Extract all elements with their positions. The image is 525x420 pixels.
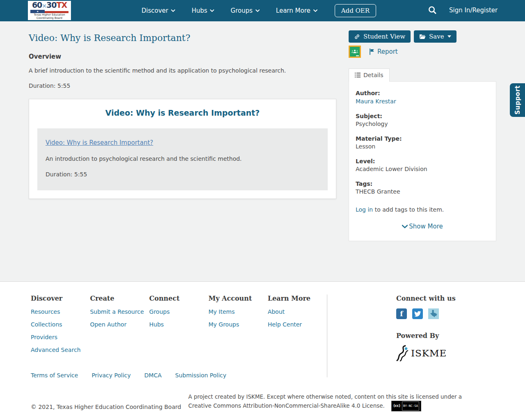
- connect-with-us-heading: Connect with us: [396, 294, 456, 302]
- student-view-button[interactable]: Student View: [349, 30, 411, 43]
- twitter-icon[interactable]: [412, 308, 423, 319]
- chevron-down-icon: [402, 225, 408, 228]
- video-card: Video: Why is Research Important? Video:…: [29, 99, 336, 199]
- material-type-field: Material Type: Lesson: [356, 135, 489, 151]
- nav-learn-more[interactable]: Learn More: [276, 7, 317, 14]
- footer-divider: [327, 294, 327, 377]
- level-value: Academic Lower Division: [356, 165, 489, 173]
- footer-heading-discover: Discover: [31, 294, 90, 302]
- footer-col-discover: Discover Resources Collections Providers…: [31, 294, 90, 353]
- details-panel: Author: Maura Krestar Subject: Psycholog…: [349, 81, 496, 241]
- log-in-link[interactable]: Log in: [356, 206, 373, 213]
- nav-discover-label: Discover: [142, 7, 168, 14]
- texas-icon[interactable]: [428, 308, 439, 319]
- author-link[interactable]: Maura Krestar: [356, 98, 396, 105]
- report-link[interactable]: Report: [369, 48, 398, 55]
- chevron-down-icon: [210, 9, 214, 12]
- subject-field: Subject: Psychology: [356, 112, 489, 128]
- footer-link-providers[interactable]: Providers: [31, 334, 90, 340]
- submission-policy-link[interactable]: Submission Policy: [175, 372, 226, 379]
- footer-link-groups[interactable]: Groups: [149, 308, 208, 315]
- author-label: Author:: [356, 89, 489, 97]
- material-type-value: Lesson: [356, 143, 489, 151]
- footer-link-hubs[interactable]: Hubs: [149, 321, 208, 328]
- main-content: Video: Why is Research Important? Overvi…: [0, 21, 525, 282]
- footer-heading-learn-more: Learn More: [268, 294, 327, 302]
- level-field: Level: Academic Lower Division: [356, 158, 489, 173]
- logo-subtitle: Texas Higher EducationCoordinating Board: [30, 14, 69, 20]
- footer-link-my-items[interactable]: My Items: [208, 308, 267, 315]
- video-description: An introduction to psychological researc…: [46, 155, 320, 162]
- footer-link-help-center[interactable]: Help Center: [268, 321, 327, 328]
- caret-down-icon: [447, 35, 451, 38]
- folder-icon: [419, 34, 426, 39]
- sign-in-register-link[interactable]: Sign In/Register: [449, 7, 498, 14]
- footer-link-resources[interactable]: Resources: [31, 308, 90, 315]
- resource-duration: Duration: 5:55: [29, 82, 336, 89]
- copyright-text: © 2021, Texas Higher Education Coordinat…: [31, 404, 188, 411]
- footer-col-connect: Connect Groups Hubs: [149, 294, 208, 353]
- nav-learn-more-label: Learn More: [276, 7, 310, 14]
- texas-flag-stripe: ★: [30, 10, 68, 13]
- nav-groups[interactable]: Groups: [231, 7, 259, 14]
- license-text: A project created by ISKME. Except where…: [188, 393, 471, 411]
- tags-value: THECB Grantee: [356, 188, 489, 196]
- logo-wordmark: 60×30TX: [30, 1, 69, 10]
- cc-badge-terms: BY-NC-SA: [402, 402, 419, 411]
- save-label: Save: [429, 33, 444, 40]
- footer: Discover Resources Collections Providers…: [0, 282, 525, 420]
- top-navbar: 60×30TX ★ Texas Higher EducationCoordina…: [0, 0, 525, 21]
- iskme-figure-icon: [396, 345, 410, 361]
- nav-groups-label: Groups: [231, 7, 252, 14]
- iskme-wordmark: ISKME: [411, 348, 447, 358]
- support-label: Support: [514, 85, 521, 114]
- cc-icon: (cc): [393, 402, 400, 410]
- footer-link-open-author[interactable]: Open Author: [90, 321, 149, 328]
- add-oer-button[interactable]: Add OER: [335, 4, 376, 17]
- footer-link-about[interactable]: About: [268, 308, 327, 315]
- footer-link-my-groups[interactable]: My Groups: [208, 321, 267, 328]
- video-link[interactable]: Video: Why is Research Important?: [46, 139, 153, 146]
- subject-value: Psychology: [356, 120, 489, 128]
- footer-link-advanced-search[interactable]: Advanced Search: [31, 347, 90, 353]
- search-button[interactable]: [428, 6, 437, 16]
- video-card-title: Video: Why is Research Important?: [37, 108, 328, 117]
- google-classroom-button[interactable]: [349, 46, 361, 58]
- resource-description: A brief introduction to the scientific m…: [29, 67, 336, 74]
- page-title: Video: Why is Research Important?: [29, 33, 336, 43]
- author-field: Author: Maura Krestar: [356, 89, 489, 105]
- terms-of-service-link[interactable]: Terms of Service: [31, 372, 78, 379]
- footer-link-submit-resource[interactable]: Submit a Resource: [90, 308, 149, 315]
- footer-col-my-account: My Account My Items My Groups: [208, 294, 267, 353]
- footer-heading-my-account: My Account: [208, 294, 267, 302]
- video-embed-box: Video: Why is Research Important? An int…: [37, 128, 328, 190]
- tab-details[interactable]: Details: [349, 68, 390, 82]
- footer-col-learn-more: Learn More About Help Center: [268, 294, 327, 353]
- chevron-down-icon: [256, 9, 260, 12]
- material-type-label: Material Type:: [356, 135, 489, 143]
- flag-icon: [369, 48, 375, 55]
- star-icon: ★: [30, 10, 45, 13]
- show-more-label: Show More: [409, 223, 443, 230]
- facebook-icon[interactable]: f: [396, 308, 407, 319]
- dmca-link[interactable]: DMCA: [144, 372, 162, 379]
- privacy-policy-link[interactable]: Privacy Policy: [91, 372, 130, 379]
- footer-heading-create: Create: [90, 294, 149, 302]
- nav-hubs[interactable]: Hubs: [192, 7, 214, 14]
- tab-details-label: Details: [363, 72, 383, 78]
- iskme-logo[interactable]: ISKME: [396, 345, 456, 361]
- show-more-button[interactable]: Show More: [356, 223, 489, 230]
- list-icon: [355, 73, 361, 78]
- report-label: Report: [377, 48, 398, 55]
- cc-license-badge[interactable]: (cc) BY-NC-SA: [391, 401, 421, 411]
- link-icon: [354, 34, 360, 40]
- footer-col-create: Create Submit a Resource Open Author: [90, 294, 149, 353]
- nav-discover[interactable]: Discover: [142, 7, 175, 14]
- site-logo[interactable]: 60×30TX ★ Texas Higher EducationCoordina…: [28, 1, 71, 20]
- support-button[interactable]: Support: [510, 83, 525, 117]
- save-button[interactable]: Save: [414, 30, 457, 43]
- login-prompt-text: to add tags to this item.: [373, 206, 444, 213]
- footer-heading-connect: Connect: [149, 294, 208, 302]
- powered-by-heading: Powered By: [396, 332, 456, 340]
- footer-link-collections[interactable]: Collections: [31, 321, 90, 328]
